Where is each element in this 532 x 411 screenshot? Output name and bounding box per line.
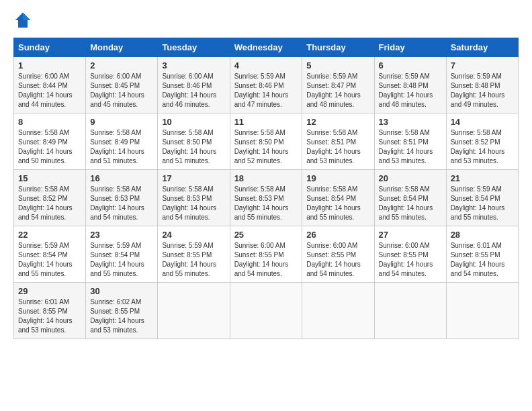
- day-number: 7: [451, 60, 514, 71]
- cell-info: Sunrise: 5:58 AMSunset: 8:52 PMDaylight:…: [451, 129, 505, 165]
- calendar-cell: [230, 283, 302, 339]
- cell-info: Sunrise: 6:00 AMSunset: 8:44 PMDaylight:…: [18, 73, 73, 108]
- day-number: 15: [18, 173, 81, 183]
- calendar-cell: 28 Sunrise: 6:01 AMSunset: 8:55 PMDaylig…: [446, 226, 518, 283]
- cell-info: Sunrise: 5:58 AMSunset: 8:50 PMDaylight:…: [162, 129, 216, 165]
- day-number: 12: [306, 117, 369, 127]
- day-number: 13: [379, 117, 442, 127]
- day-header-friday: Friday: [374, 38, 446, 57]
- cell-info: Sunrise: 5:58 AMSunset: 8:54 PMDaylight:…: [306, 185, 361, 221]
- day-number: 10: [162, 117, 225, 127]
- day-header-monday: Monday: [86, 38, 158, 57]
- calendar-cell: 16 Sunrise: 5:58 AMSunset: 8:53 PMDaylig…: [86, 170, 158, 226]
- cell-info: Sunrise: 6:00 AMSunset: 8:55 PMDaylight:…: [306, 242, 361, 277]
- cell-info: Sunrise: 5:58 AMSunset: 8:53 PMDaylight:…: [90, 185, 144, 221]
- logo: [13, 11, 35, 30]
- cell-info: Sunrise: 5:58 AMSunset: 8:49 PMDaylight:…: [18, 129, 73, 165]
- calendar-cell: 19 Sunrise: 5:58 AMSunset: 8:54 PMDaylig…: [302, 170, 374, 226]
- calendar-cell: 30 Sunrise: 6:02 AMSunset: 8:55 PMDaylig…: [86, 283, 158, 339]
- calendar-cell: 8 Sunrise: 5:58 AMSunset: 8:49 PMDayligh…: [14, 113, 86, 170]
- calendar-cell: [302, 283, 374, 339]
- day-number: 14: [451, 117, 514, 127]
- cell-info: Sunrise: 5:58 AMSunset: 8:51 PMDaylight:…: [379, 129, 433, 165]
- calendar-cell: [374, 283, 446, 339]
- cell-info: Sunrise: 5:59 AMSunset: 8:47 PMDaylight:…: [306, 73, 361, 108]
- calendar-cell: 1 Sunrise: 6:00 AMSunset: 8:44 PMDayligh…: [14, 57, 86, 113]
- cell-info: Sunrise: 5:58 AMSunset: 8:52 PMDaylight:…: [18, 185, 73, 221]
- day-number: 2: [90, 60, 153, 71]
- calendar-cell: 17 Sunrise: 5:58 AMSunset: 8:53 PMDaylig…: [158, 170, 230, 226]
- cell-info: Sunrise: 5:58 AMSunset: 8:54 PMDaylight:…: [379, 185, 433, 221]
- calendar-cell: 24 Sunrise: 5:59 AMSunset: 8:55 PMDaylig…: [158, 226, 230, 283]
- cell-info: Sunrise: 5:58 AMSunset: 8:50 PMDaylight:…: [234, 129, 289, 165]
- calendar-cell: 3 Sunrise: 6:00 AMSunset: 8:46 PMDayligh…: [158, 57, 230, 113]
- day-number: 24: [162, 230, 225, 240]
- logo-icon: [13, 11, 32, 30]
- cell-info: Sunrise: 6:00 AMSunset: 8:46 PMDaylight:…: [162, 73, 216, 108]
- calendar-cell: 15 Sunrise: 5:58 AMSunset: 8:52 PMDaylig…: [14, 170, 86, 226]
- day-number: 29: [18, 286, 81, 296]
- day-header-sunday: Sunday: [14, 38, 86, 57]
- day-number: 17: [162, 173, 225, 183]
- calendar-cell: 23 Sunrise: 5:59 AMSunset: 8:54 PMDaylig…: [86, 226, 158, 283]
- day-header-thursday: Thursday: [302, 38, 374, 57]
- calendar-cell: 12 Sunrise: 5:58 AMSunset: 8:51 PMDaylig…: [302, 113, 374, 170]
- calendar-cell: 18 Sunrise: 5:58 AMSunset: 8:53 PMDaylig…: [230, 170, 302, 226]
- svg-marker-1: [23, 13, 30, 20]
- calendar-cell: 4 Sunrise: 5:59 AMSunset: 8:46 PMDayligh…: [230, 57, 302, 113]
- cell-info: Sunrise: 5:58 AMSunset: 8:53 PMDaylight:…: [162, 185, 216, 221]
- day-number: 27: [379, 230, 442, 240]
- calendar-cell: 25 Sunrise: 6:00 AMSunset: 8:55 PMDaylig…: [230, 226, 302, 283]
- cell-info: Sunrise: 5:58 AMSunset: 8:53 PMDaylight:…: [234, 185, 289, 221]
- calendar-cell: 14 Sunrise: 5:58 AMSunset: 8:52 PMDaylig…: [446, 113, 518, 170]
- calendar-cell: 11 Sunrise: 5:58 AMSunset: 8:50 PMDaylig…: [230, 113, 302, 170]
- cell-info: Sunrise: 5:59 AMSunset: 8:54 PMDaylight:…: [18, 242, 73, 277]
- calendar-cell: 27 Sunrise: 6:00 AMSunset: 8:55 PMDaylig…: [374, 226, 446, 283]
- cell-info: Sunrise: 5:59 AMSunset: 8:48 PMDaylight:…: [451, 73, 505, 108]
- calendar-cell: 5 Sunrise: 5:59 AMSunset: 8:47 PMDayligh…: [302, 57, 374, 113]
- cell-info: Sunrise: 5:58 AMSunset: 8:49 PMDaylight:…: [90, 129, 144, 165]
- calendar-cell: 13 Sunrise: 5:58 AMSunset: 8:51 PMDaylig…: [374, 113, 446, 170]
- day-number: 16: [90, 173, 153, 183]
- calendar-week-row: 15 Sunrise: 5:58 AMSunset: 8:52 PMDaylig…: [14, 170, 519, 226]
- day-number: 1: [18, 60, 81, 71]
- day-header-wednesday: Wednesday: [230, 38, 302, 57]
- day-number: 8: [18, 117, 81, 127]
- cell-info: Sunrise: 5:59 AMSunset: 8:55 PMDaylight:…: [162, 242, 216, 277]
- cell-info: Sunrise: 5:58 AMSunset: 8:51 PMDaylight:…: [306, 129, 361, 165]
- cell-info: Sunrise: 6:01 AMSunset: 8:55 PMDaylight:…: [451, 242, 505, 277]
- calendar-cell: [158, 283, 230, 339]
- cell-info: Sunrise: 5:59 AMSunset: 8:48 PMDaylight:…: [379, 73, 433, 108]
- page-header: [13, 11, 519, 30]
- calendar-cell: 26 Sunrise: 6:00 AMSunset: 8:55 PMDaylig…: [302, 226, 374, 283]
- day-number: 4: [234, 60, 298, 71]
- cell-info: Sunrise: 5:59 AMSunset: 8:54 PMDaylight:…: [90, 242, 144, 277]
- calendar-cell: 20 Sunrise: 5:58 AMSunset: 8:54 PMDaylig…: [374, 170, 446, 226]
- day-number: 3: [162, 60, 225, 71]
- calendar-cell: 21 Sunrise: 5:59 AMSunset: 8:54 PMDaylig…: [446, 170, 518, 226]
- calendar-cell: 22 Sunrise: 5:59 AMSunset: 8:54 PMDaylig…: [14, 226, 86, 283]
- day-number: 19: [306, 173, 369, 183]
- day-number: 20: [379, 173, 442, 183]
- day-number: 22: [18, 230, 81, 240]
- day-number: 21: [451, 173, 514, 183]
- day-number: 6: [379, 60, 442, 71]
- calendar-cell: 10 Sunrise: 5:58 AMSunset: 8:50 PMDaylig…: [158, 113, 230, 170]
- day-number: 11: [234, 117, 298, 127]
- cell-info: Sunrise: 6:00 AMSunset: 8:55 PMDaylight:…: [234, 242, 289, 277]
- calendar-table: SundayMondayTuesdayWednesdayThursdayFrid…: [13, 38, 519, 339]
- calendar-week-row: 22 Sunrise: 5:59 AMSunset: 8:54 PMDaylig…: [14, 226, 519, 283]
- calendar-cell: [446, 283, 518, 339]
- cell-info: Sunrise: 5:59 AMSunset: 8:54 PMDaylight:…: [451, 185, 505, 221]
- day-number: 28: [451, 230, 514, 240]
- day-number: 26: [306, 230, 369, 240]
- day-number: 9: [90, 117, 153, 127]
- cell-info: Sunrise: 6:00 AMSunset: 8:55 PMDaylight:…: [379, 242, 433, 277]
- calendar-cell: 29 Sunrise: 6:01 AMSunset: 8:55 PMDaylig…: [14, 283, 86, 339]
- cell-info: Sunrise: 6:01 AMSunset: 8:55 PMDaylight:…: [18, 298, 73, 334]
- calendar-week-row: 1 Sunrise: 6:00 AMSunset: 8:44 PMDayligh…: [14, 57, 519, 113]
- day-number: 30: [90, 286, 153, 296]
- calendar-cell: 2 Sunrise: 6:00 AMSunset: 8:45 PMDayligh…: [86, 57, 158, 113]
- cell-info: Sunrise: 5:59 AMSunset: 8:46 PMDaylight:…: [234, 73, 289, 108]
- cell-info: Sunrise: 6:00 AMSunset: 8:45 PMDaylight:…: [90, 73, 144, 108]
